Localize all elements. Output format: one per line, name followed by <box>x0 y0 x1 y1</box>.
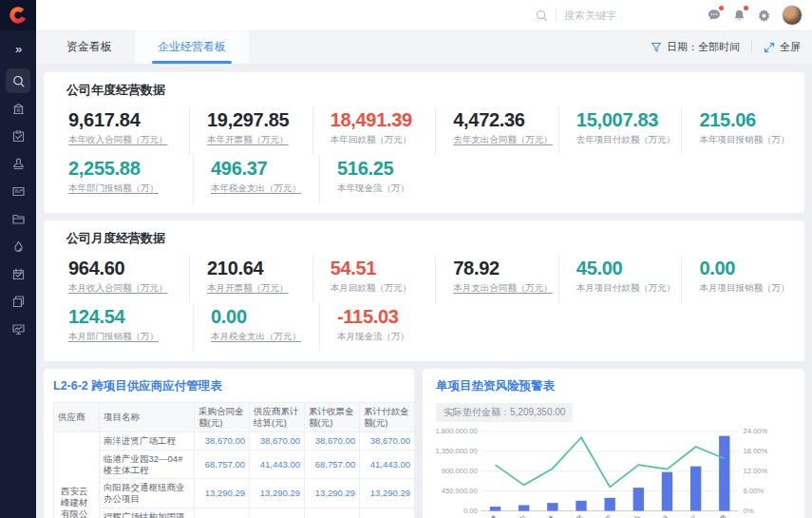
tab-enterprise-dashboard[interactable]: 企业经营看板 <box>135 30 249 64</box>
kpi-card[interactable]: 124.54本月部门报销额（万） <box>66 303 193 352</box>
table-column-header: 累计付款金额(元) <box>360 403 415 432</box>
bar-7[interactable] <box>690 467 701 511</box>
sidebar-icon-list <box>6 66 30 344</box>
kpi-card[interactable]: 78.92本月支出合同额（万元） <box>435 255 558 303</box>
date-filter[interactable]: 日期：全部时间 <box>651 40 740 54</box>
bell-icon[interactable] <box>727 3 751 28</box>
table-row[interactable]: 西安云峰建材有限公司南洋进贤广场工程38,670.0038,670.0038,6… <box>54 432 415 450</box>
amount-cell: 68,757.00 <box>305 450 360 479</box>
sidebar-item-search[interactable] <box>6 68 30 93</box>
sidebar-item-stamp[interactable] <box>6 151 30 176</box>
chart-title: 单项目垫资风险预警表 <box>436 378 793 394</box>
section-title: 公司月度经营数据 <box>66 230 804 247</box>
kpi-card[interactable]: 9,617.84本年收入合同额（万元） <box>66 106 189 155</box>
water-drop-icon <box>11 240 26 254</box>
message-icon[interactable] <box>702 3 727 28</box>
sidebar-item-water-drop[interactable] <box>6 234 30 259</box>
search-icon <box>536 10 548 22</box>
kpi-label: 本年回款额（万元） <box>330 134 430 146</box>
kpi-card[interactable]: 18,491.39本年回款额（万元） <box>312 106 436 155</box>
kpi-value: -115.03 <box>337 306 440 328</box>
kpi-card[interactable]: -115.03本月现金流（万） <box>319 303 445 352</box>
sidebar-item-documents[interactable] <box>6 289 30 314</box>
table-header-row: 供应商项目名称采购合同金额(元)供应商累计结算(元)累计收票金额(元)累计付款金… <box>54 403 415 432</box>
x-axis-label: 悦隆汇综合体开发项目二期工程 <box>519 513 568 518</box>
amount-cell: 13,290.29 <box>360 479 415 508</box>
kpi-label: 本月部门报销额（万） <box>68 331 187 343</box>
sidebar-item-folder[interactable] <box>6 206 30 231</box>
notification-dot <box>719 6 724 10</box>
amount-cell: 38,670.00 <box>360 432 415 450</box>
app-logo[interactable] <box>0 0 36 30</box>
kpi-value: 215.06 <box>699 109 799 131</box>
user-avatar[interactable] <box>782 5 803 26</box>
section-title: 公司年度经营数据 <box>66 82 804 99</box>
project-name-cell: 得辉广场结构加固项目 <box>100 508 195 518</box>
bar-6[interactable] <box>662 472 672 511</box>
amount-cell: 33,000.00 <box>360 508 415 518</box>
sidebar-expand-icon[interactable]: » <box>15 42 21 56</box>
table-column-header: 项目名称 <box>100 403 195 432</box>
kpi-value: 0.00 <box>699 258 799 279</box>
kpi-card[interactable]: 4,472.36去年支出合同额（万元） <box>435 106 558 155</box>
tab-funds-dashboard[interactable]: 资金看板 <box>44 30 135 64</box>
date-filter-label: 日期：全部时间 <box>667 40 740 54</box>
kpi-value: 15,007.83 <box>576 109 676 131</box>
kpi-value: 18,491.39 <box>330 109 430 131</box>
folder-icon <box>11 212 26 226</box>
sidebar-item-monitor[interactable] <box>6 317 30 341</box>
kpi-label: 去年项目付款额（万元） <box>576 134 676 146</box>
amount-cell: 56,000.00 <box>195 508 250 518</box>
risk-chart-svg: 1,800,000.0024.00%1,350,000.0018.00%900,… <box>436 424 789 518</box>
table-column-header: 采购合同金额(元) <box>195 403 250 432</box>
kpi-card[interactable]: 516.25本年现金流（万） <box>319 155 445 203</box>
table-row[interactable]: 临港产业园32—04#楼主体工程68,757.0041,443.0068,757… <box>54 450 415 479</box>
gear-icon[interactable] <box>751 3 776 28</box>
kpi-card[interactable]: 45.00本月项目付款额（万元） <box>558 255 682 303</box>
kpi-card[interactable]: 210.64本月开票额（万元） <box>189 255 312 303</box>
svg-text:18.00%: 18.00% <box>744 447 768 455</box>
kpi-card[interactable]: 19,297.85本年开票额（万元） <box>189 106 312 155</box>
kpi-value: 124.54 <box>68 306 187 328</box>
sidebar-item-building[interactable] <box>6 96 30 121</box>
sidebar-item-clipboard-check[interactable] <box>6 124 30 148</box>
table-row[interactable]: 向阳路交通枢纽商业办公项目13,290.2913,290.2913,290.29… <box>54 479 415 508</box>
sidebar-item-id-card[interactable] <box>6 179 30 203</box>
kpi-card[interactable]: 496.37本年税金支出（万元） <box>193 155 319 203</box>
bar-4[interactable] <box>604 498 614 511</box>
annual-kpi-grid: 9,617.84本年收入合同额（万元）19,297.85本年开票额（万元）18,… <box>66 106 804 203</box>
amount-cell: 68,757.00 <box>195 450 250 479</box>
kpi-card[interactable]: 2,255.88本年部门报销额（万） <box>66 155 193 203</box>
amount-cell: 41,443.00 <box>360 450 415 479</box>
amount-cell: 38,670.00 <box>250 432 305 450</box>
risk-chart[interactable]: 1,800,000.0024.00%1,350,000.0018.00%900,… <box>436 424 793 518</box>
fullscreen-button[interactable]: 全屏 <box>764 40 801 54</box>
kpi-value: 4,472.36 <box>453 109 553 131</box>
svg-text:0%: 0% <box>744 507 754 515</box>
bar-5[interactable] <box>633 488 644 510</box>
amount-cell: 13,290.29 <box>195 479 250 508</box>
kpi-card[interactable]: 964.60本月收入合同额（万元） <box>66 255 189 303</box>
table-row[interactable]: 得辉广场结构加固项目56,000.0045,000.0045,000.0033,… <box>54 508 415 518</box>
dashboard-content: 公司年度经营数据 9,617.84本年收入合同额（万元）19,297.85本年开… <box>36 65 812 518</box>
calendar-icon <box>11 267 26 281</box>
bar-2[interactable] <box>547 503 557 510</box>
global-search[interactable]: 搜索关键字 <box>536 9 616 23</box>
kpi-label: 本月现金流（万） <box>337 331 440 343</box>
kpi-value: 9,617.84 <box>68 109 183 131</box>
kpi-card[interactable]: 215.06本年项目报销额（万） <box>681 106 804 155</box>
kpi-card[interactable]: 15,007.83去年项目付款额（万元） <box>558 106 682 155</box>
kpi-card[interactable]: 54.51本月回款额（万元） <box>312 255 436 303</box>
kpi-value: 210.64 <box>207 258 307 279</box>
bar-1[interactable] <box>519 505 529 510</box>
kpi-card[interactable]: 0.00本月项目报销额（万） <box>681 255 804 303</box>
kpi-value: 54.51 <box>330 258 430 279</box>
bar-0[interactable] <box>490 507 500 510</box>
risk-warning-panel: 单项目垫资风险预警表 实际垫付金额：5,209,350.00 1,800,000… <box>423 369 804 518</box>
bar-3[interactable] <box>576 501 586 511</box>
table-title: L2-6-2 跨项目供应商应付管理表 <box>53 378 414 394</box>
bar-8[interactable] <box>719 436 729 511</box>
kpi-value: 964.60 <box>68 258 183 279</box>
kpi-card[interactable]: 0.00本月税金支出（万元） <box>193 303 319 352</box>
sidebar-item-calendar[interactable] <box>6 261 30 286</box>
